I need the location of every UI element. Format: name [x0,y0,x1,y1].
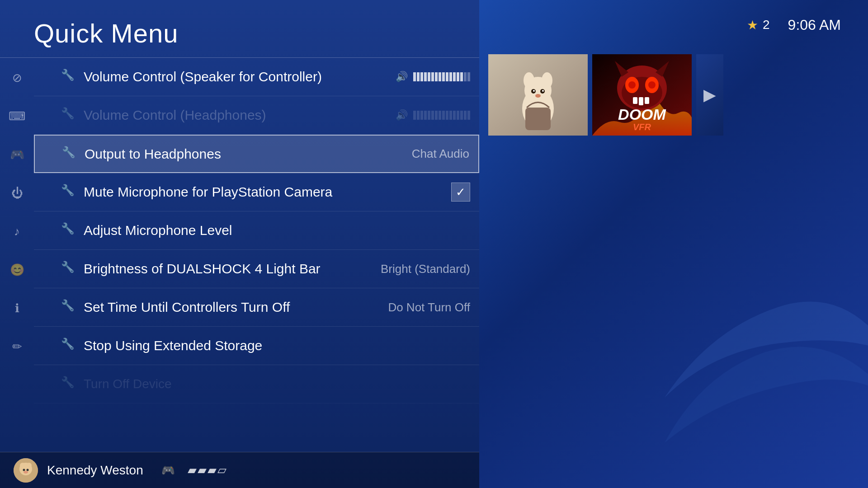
wrench-icon-storage: 🔧 [61,338,77,354]
sidebar-icon-emoji[interactable]: 😊 [0,251,34,289]
svg-rect-25 [633,97,637,104]
sidebar-icon-music[interactable]: ♪ [0,212,34,251]
wrench-icon-adjust: 🔧 [61,222,77,239]
sidebar: ⊘ ⌨ 🎮 ⏻ ♪ 😊 ℹ ✏ [0,59,34,366]
battery-icon: ▰▰▰▱ [188,463,227,477]
menu-item-mute-mic[interactable]: 🔧 Mute Microphone for PlayStation Camera… [34,173,479,211]
wrench-icon-headphones: 🔧 [61,107,77,123]
sidebar-icon-edit[interactable]: ✏ [0,328,34,366]
game-thumb-doom[interactable]: DOOM VFR [592,54,692,136]
menu-item-volume-headphones[interactable]: 🔧 Volume Control (Headphones) 🔊 [34,96,479,135]
menu-label-brightness: Brightness of DUALSHOCK 4 Light Bar [84,261,381,277]
sidebar-icon-no-symbol[interactable]: ⊘ [0,59,34,97]
controller-status-icon: 🎮 [161,464,175,477]
wrench-icon-mute: 🔧 [61,184,77,200]
wrench-icon-turnoff: 🔧 [61,299,77,315]
page-title: Quick Menu [34,18,445,48]
menu-label-adjust-mic: Adjust Microphone Level [84,223,470,238]
svg-text:DOOM: DOOM [618,106,666,123]
menu-label-volume-headphones: Volume Control (Headphones) [84,108,396,123]
svg-point-16 [535,94,541,98]
menu-label-controller-turnoff: Set Time Until Controllers Turn Off [84,300,388,315]
svg-point-15 [542,90,544,92]
menu-label-mute-mic: Mute Microphone for PlayStation Camera [84,184,451,200]
menu-item-adjust-mic[interactable]: 🔧 Adjust Microphone Level [34,211,479,250]
wrench-icon-device-off: 🔧 [61,376,77,392]
ps-wave-decoration [665,262,868,443]
top-bar: ★ 2 9:06 AM [479,0,868,50]
svg-text:VFR: VFR [633,122,651,132]
menu-value-controller-turnoff: Do Not Turn Off [388,300,470,314]
thumbnails-container: DOOM VFR ▶ [488,54,723,136]
svg-point-4 [23,469,25,471]
mute-checkbox[interactable]: ✓ [451,183,470,202]
menu-item-volume-speaker[interactable]: 🔧 Volume Control (Speaker for Controller… [34,58,479,96]
menu-label-extended-storage: Stop Using Extended Storage [84,338,470,353]
wrench-icon-brightness: 🔧 [61,261,77,277]
trophy-count: 2 [763,18,770,32]
svg-point-5 [27,469,29,471]
menu-label-output-headphones: Output to Headphones [85,146,412,162]
wrench-icon: 🔧 [61,69,77,85]
time-display: 9:06 AM [788,17,841,33]
menu-item-output-headphones[interactable]: 🔧 Output to Headphones Chat Audio [34,135,479,173]
volume-icon-headphones: 🔊 [396,109,408,121]
right-panel: ★ 2 9:06 AM [479,0,868,488]
svg-point-6 [24,471,28,474]
menu-value-brightness: Bright (Standard) [381,262,470,276]
volume-bar-container-headphones: 🔊 [396,109,470,121]
trophy-star-icon: ★ [747,18,758,33]
svg-point-23 [628,81,636,89]
menu-item-extended-storage[interactable]: 🔧 Stop Using Extended Storage [34,327,479,365]
svg-point-10 [524,72,534,89]
trophy-area: ★ 2 [747,18,770,33]
sidebar-icon-info[interactable]: ℹ [0,289,34,328]
menu-label-volume-speaker: Volume Control (Speaker for Controller) [84,69,396,84]
username-label: Kennedy Weston [47,463,143,478]
sidebar-icon-keyboard[interactable]: ⌨ [0,97,34,136]
svg-rect-17 [525,108,551,130]
title-area: Quick Menu [0,0,479,58]
sidebar-icon-power[interactable]: ⏻ [0,174,34,212]
menu-list: 🔧 Volume Control (Speaker for Controller… [0,58,479,452]
menu-item-turn-off-device[interactable]: 🔧 Turn Off Device [34,365,479,404]
svg-point-3 [26,463,32,468]
game-thumb-next[interactable]: ▶ [696,54,723,136]
svg-point-2 [20,463,25,468]
volume-icon-speaker: 🔊 [396,71,408,83]
volume-bar-speaker [413,72,470,81]
volume-bar-container-speaker: 🔊 [396,71,470,83]
left-panel: Quick Menu ⊘ ⌨ 🎮 ⏻ ♪ 😊 ℹ ✏ 🔧 Volume Cont… [0,0,479,488]
volume-bar-headphones [413,111,470,120]
status-bar: Kennedy Weston 🎮 ▰▰▰▱ [0,452,479,488]
svg-rect-27 [645,97,649,104]
menu-label-turn-off-device: Turn Off Device [84,377,172,391]
game-thumb-moss[interactable] [488,54,588,136]
svg-point-11 [542,72,552,89]
svg-point-24 [648,81,656,89]
wrench-icon-output: 🔧 [62,146,78,162]
sidebar-icon-controller[interactable]: 🎮 [0,136,34,174]
svg-point-14 [533,90,535,92]
menu-item-brightness[interactable]: 🔧 Brightness of DUALSHOCK 4 Light Bar Br… [34,250,479,288]
menu-item-controller-turnoff[interactable]: 🔧 Set Time Until Controllers Turn Off Do… [34,288,479,327]
svg-rect-26 [639,97,643,105]
avatar [14,458,38,483]
menu-value-output-headphones: Chat Audio [412,147,469,161]
